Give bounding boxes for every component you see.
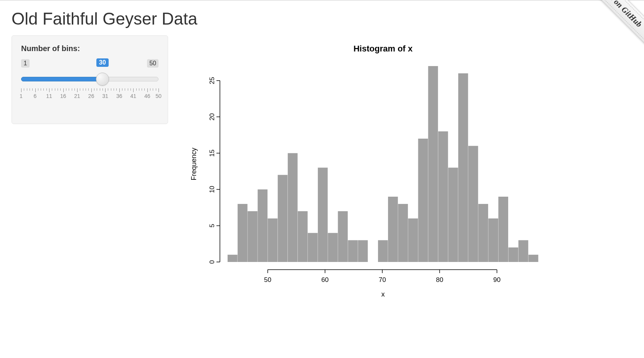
histogram-bar xyxy=(378,240,388,262)
histogram-bar xyxy=(418,139,428,262)
histogram-bar xyxy=(478,204,488,262)
histogram-bar xyxy=(318,167,328,262)
slider-tick-label: 41 xyxy=(130,93,136,99)
histogram-bar xyxy=(338,211,348,262)
slider-tick-label: 36 xyxy=(116,93,122,99)
layout-row: Number of bins: 1 30 50 1611162126313641… xyxy=(12,35,632,304)
slider-value-badge: 30 xyxy=(96,58,109,67)
x-tick-label: 70 xyxy=(379,276,386,283)
slider-track[interactable] xyxy=(21,72,159,85)
histogram-bar xyxy=(448,167,458,262)
y-tick-label: 20 xyxy=(208,113,216,121)
slider-tick-label: 50 xyxy=(155,93,162,99)
histogram-bar xyxy=(308,233,318,262)
histogram-bar xyxy=(528,255,538,262)
bins-slider-label: Number of bins: xyxy=(21,44,159,53)
slider-tick-label: 31 xyxy=(102,93,108,99)
histogram-bar xyxy=(519,240,528,262)
slider-handle[interactable] xyxy=(96,73,109,86)
x-tick-label: 80 xyxy=(436,276,443,283)
y-tick-label: 0 xyxy=(208,260,216,264)
histogram-bar xyxy=(258,189,268,262)
y-tick-label: 25 xyxy=(208,77,216,84)
x-axis: 5060708090 xyxy=(264,270,500,283)
slider-tick-label: 21 xyxy=(74,93,80,99)
x-axis-label: x xyxy=(381,290,385,298)
histogram-bar xyxy=(248,211,258,262)
histogram-bar xyxy=(398,204,408,262)
histogram-bar xyxy=(358,240,368,262)
slider-tick-label: 46 xyxy=(144,93,150,99)
slider-tick-label: 16 xyxy=(60,93,66,99)
histogram-bar xyxy=(268,219,278,262)
histogram-bar xyxy=(408,219,418,262)
slider-ticks: 16111621263136414650 xyxy=(21,88,159,101)
y-tick-label: 10 xyxy=(208,186,216,193)
y-tick-label: 5 xyxy=(208,224,216,227)
histogram-bar xyxy=(348,240,358,262)
histogram-bar xyxy=(458,73,468,262)
slider-tick-label: 11 xyxy=(46,93,52,99)
histogram-bar xyxy=(428,66,438,262)
histogram-bar xyxy=(388,197,398,262)
y-tick-label: 15 xyxy=(208,149,216,157)
chart-bars xyxy=(228,66,538,262)
x-tick-label: 60 xyxy=(321,276,329,283)
slider-max-badge: 50 xyxy=(147,59,159,68)
y-axis: 0510152025 xyxy=(208,77,220,264)
histogram-bar xyxy=(438,131,448,262)
histogram-bar xyxy=(488,219,498,262)
slider-tick-label: 6 xyxy=(34,93,37,99)
main-panel: Histogram of x 5060708090 0510152025 x F… xyxy=(183,35,632,304)
chart-title: Histogram of x xyxy=(353,44,413,53)
histogram-bar xyxy=(228,255,238,262)
slider-header: 1 30 50 xyxy=(21,58,159,68)
page-title: Old Faithful Geyser Data xyxy=(12,9,632,28)
slider-track-fill xyxy=(21,77,102,81)
bins-slider[interactable]: 1 30 50 16111621263136414650 xyxy=(21,58,159,101)
histogram-bar xyxy=(278,175,288,262)
histogram-bar xyxy=(509,247,519,262)
x-tick-label: 90 xyxy=(493,276,500,283)
histogram-bar xyxy=(298,211,308,262)
histogram-bar xyxy=(468,146,478,262)
histogram-bar xyxy=(238,204,248,262)
app-container: Old Faithful Geyser Data Number of bins:… xyxy=(0,1,644,316)
histogram-bar xyxy=(288,153,298,262)
histogram-bar xyxy=(498,197,508,262)
x-tick-label: 50 xyxy=(264,276,271,283)
sidebar-panel: Number of bins: 1 30 50 1611162126313641… xyxy=(12,35,168,124)
slider-tick-label: 26 xyxy=(88,93,94,99)
histogram-plot: Histogram of x 5060708090 0510152025 x F… xyxy=(183,35,548,304)
y-axis-label: Frequency xyxy=(190,148,198,180)
slider-min-badge: 1 xyxy=(21,59,30,68)
histogram-bar xyxy=(328,233,338,262)
slider-tick-label: 1 xyxy=(20,93,23,99)
